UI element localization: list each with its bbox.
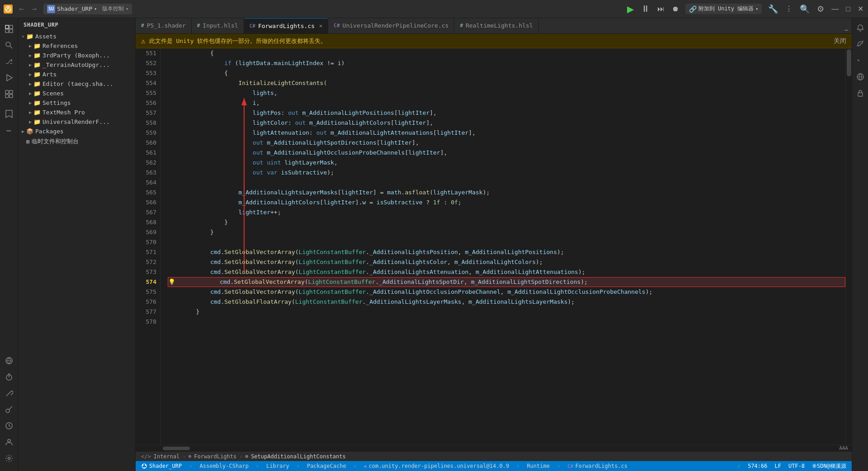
sidebar-item-person[interactable] (2, 435, 16, 449)
filetree-temp[interactable]: ▶ ⊞ 临时文件和控制台 (18, 136, 135, 147)
settings-button[interactable]: ⚙ (816, 3, 825, 15)
status-sep4: › (354, 463, 357, 469)
right-panel-world[interactable] (854, 71, 867, 83)
sidebar-item-source-control[interactable]: ⎇ (2, 54, 16, 69)
filetree-scenes[interactable]: ▶ 📁 Scenes (18, 89, 135, 98)
right-panel-undo[interactable] (854, 54, 867, 67)
status-git-info: ⑧SDN@梯溪源 (812, 462, 846, 470)
record-button[interactable]: ⏺ (671, 4, 680, 14)
attach-unity-button[interactable]: 🔗 附加到 Unity 编辑器 ▾ (685, 4, 762, 14)
filetree-3rdparty[interactable]: ▶ 📁 3rdParty (Boxoph... (18, 51, 135, 60)
status-assembly: Assembly-CSharp (199, 463, 248, 469)
right-panel-bell[interactable] (854, 22, 867, 34)
tab-p5shader[interactable]: # P5_1.shader (136, 18, 192, 33)
play-button[interactable]: ▶ (626, 3, 635, 15)
status-runtime: Runtime (527, 463, 550, 469)
code-line-566: m_AdditionalLightColors[lightIter].w = i… (168, 198, 845, 207)
step-button[interactable]: ⏭ (656, 4, 665, 14)
breadcrumb-icon: </> (141, 453, 151, 460)
status-file: C# ForwardLights.cs (567, 463, 627, 469)
filetree-editor[interactable]: ▶ 📁 Editor (taecg.sha... (18, 79, 135, 89)
tab-inputhlsl[interactable]: # Input.hlsl (192, 18, 244, 33)
code-line-564 (168, 178, 845, 188)
svg-rect-10 (5, 94, 9, 98)
nav-back-button[interactable]: ← (16, 4, 27, 14)
project-label: Shader_URP (24, 22, 58, 28)
filetree-arts[interactable]: ▶ 📁 Arts (18, 70, 135, 79)
terminal-icon: ⊞ (26, 138, 30, 145)
h-scroll-thumb[interactable] (163, 447, 190, 450)
chevron-down-icon2: ▾ (126, 6, 128, 11)
minimize-button[interactable]: — (830, 4, 840, 14)
status-position[interactable]: 574:66 (748, 463, 767, 469)
sidebar-item-dots[interactable]: ⋯ (2, 123, 16, 137)
code-content[interactable]: { if (lightData.mainLightIndex != i) { (160, 48, 845, 445)
maximize-button[interactable]: □ (845, 4, 851, 14)
status-sep2: › (256, 463, 259, 469)
status-line-ending[interactable]: LF (775, 463, 781, 469)
sidebar-item-explorer[interactable] (2, 22, 16, 36)
filetree-terrain[interactable]: ▶ 📁 _TerrainAutoUpgr... (18, 60, 135, 70)
filetree-label: _TerrainAutoUpgr... (42, 61, 110, 68)
line-numbers: 551 552 553 554 555 556 557 558 559 560 … (136, 48, 160, 445)
tools-button[interactable]: 🔧 (767, 3, 779, 15)
minimap-label: AAA (839, 445, 852, 451)
filetree-settings[interactable]: ▶ 📁 Settings (18, 98, 135, 108)
code-line-558: lightColor: out m_AdditionalLightColors[… (168, 118, 845, 128)
right-panel-lock[interactable] (854, 87, 867, 99)
tab-label: RealtimeLights.hlsl (466, 22, 533, 29)
sidebar-item-extensions[interactable] (2, 87, 16, 101)
tab-close-button[interactable]: ✕ (319, 23, 322, 29)
sidebar-item-telescope[interactable] (2, 402, 16, 417)
filetree-packages[interactable]: ▶ 📦 Packages (18, 127, 135, 136)
filetree-label: Editor (taecg.sha... (42, 80, 113, 87)
warning-close-button[interactable]: 关闭 (834, 37, 846, 45)
sidebar-item-clock[interactable] (2, 419, 16, 433)
right-panel-brush[interactable] (854, 38, 867, 51)
filetree-references[interactable]: ▶ 📁 References (18, 41, 135, 51)
sidebar-item-bookmark[interactable] (2, 107, 16, 121)
tabs-more-button[interactable]: ⋯ (841, 27, 852, 33)
expand-arrow-icon: ▶ (29, 53, 32, 58)
more-options-button[interactable]: ⋮ (784, 4, 793, 14)
code-line-555: lights, (168, 88, 845, 98)
sidebar-item-run[interactable] (2, 71, 16, 85)
search-button[interactable]: 🔍 (799, 3, 811, 15)
tab-forwardlights[interactable]: C# ForwardLights.cs ✕ (244, 18, 329, 33)
sidebar-item-remote[interactable] (2, 353, 16, 368)
filetree-assets[interactable]: ▾ 📁 Assets (18, 32, 135, 41)
project-selector[interactable]: SU Shader_URP ▾ 版本控制 ▾ (43, 4, 132, 14)
pause-button[interactable]: ⏸ (640, 3, 651, 15)
editor-area: # P5_1.shader # Input.hlsl C# ForwardLig… (136, 18, 852, 471)
status-encoding[interactable]: UTF-8 (788, 463, 805, 469)
filetree-universalrender[interactable]: ▶ 📁 UniversalRenderF... (18, 117, 135, 127)
sidebar-item-timer[interactable] (2, 370, 16, 384)
breadcrumb-internal[interactable]: Internal (154, 453, 180, 460)
breadcrumb-forwardlights[interactable]: ForwardLights (194, 453, 236, 460)
tab-realtimelights[interactable]: # RealtimeLights.hlsl (454, 18, 538, 33)
breadcrumb-method[interactable]: SetupAdditionalLightConstants (251, 453, 346, 460)
filetree-textmesh[interactable]: ▶ 📁 TextMesh Pro (18, 108, 135, 117)
svg-point-25 (145, 465, 146, 466)
scrollbar-thumb[interactable] (847, 49, 851, 76)
code-line-569: } (168, 227, 845, 237)
nav-forward-button[interactable]: → (29, 4, 40, 14)
sidebar-item-search[interactable] (2, 38, 16, 52)
status-git[interactable]: Shader_URP (141, 463, 182, 469)
code-line-551: { (168, 48, 845, 58)
sidebar-item-tools[interactable] (2, 386, 16, 400)
code-line-552: if (lightData.mainLightIndex != i) (168, 58, 845, 68)
statusbar: Shader_URP › Assembly-CSharp › Library ›… (136, 461, 852, 471)
horizontal-scrollbar[interactable]: AAA (136, 445, 852, 451)
tab-urpcore[interactable]: C# UniversalRenderPipelineCore.cs (328, 18, 454, 33)
close-button[interactable]: ✕ (857, 4, 864, 14)
sidebar-item-settings-bottom[interactable] (2, 451, 16, 466)
expand-arrow-icon: ▶ (29, 62, 32, 67)
svg-point-20 (8, 457, 10, 460)
code-line-567: lightIter++; (168, 207, 845, 217)
code-editor[interactable]: 551 552 553 554 555 556 557 558 559 560 … (136, 48, 852, 445)
expand-arrow-icon: ▾ (22, 34, 24, 39)
chevron-down-icon: ▾ (94, 6, 97, 11)
right-scrollbar[interactable] (845, 48, 852, 445)
tab-label: Input.hlsl (203, 22, 238, 29)
